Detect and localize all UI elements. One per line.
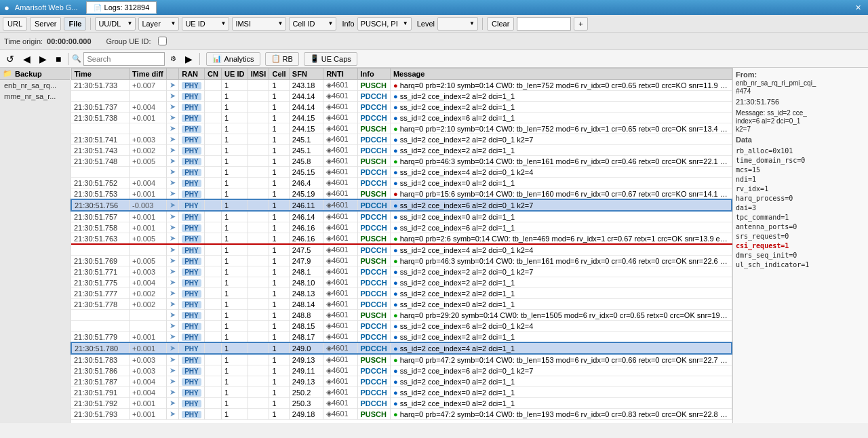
file-btn[interactable]: File bbox=[64, 17, 86, 31]
cell-sfn: 245.1 bbox=[289, 134, 323, 145]
table-row[interactable]: 21:30:51.757 +0.001 ➤ PHY 1 1 246.14 ◈46… bbox=[71, 211, 732, 222]
uudl-label: UU/DL bbox=[98, 20, 121, 28]
cell-sfn: 246.14 bbox=[289, 211, 323, 222]
forward-btn[interactable]: ▶ bbox=[36, 52, 50, 66]
rb-btn[interactable]: 📋 RB bbox=[265, 52, 299, 66]
table-row[interactable]: 21:30:51.741 +0.003 ➤ PHY 1 1 245.1 ◈460… bbox=[71, 134, 732, 145]
uecaps-btn[interactable]: 📱 UE Caps bbox=[304, 52, 357, 66]
stop-btn[interactable]: ■ bbox=[52, 52, 64, 66]
cell-timediff: +0.002 bbox=[130, 145, 167, 156]
sidebar-item-enb[interactable]: enb_nr_sa_rq... bbox=[0, 80, 70, 91]
server-btn[interactable]: Server bbox=[30, 17, 61, 31]
right-panel-field: tpc_command=1 bbox=[736, 213, 865, 222]
cell-cn bbox=[205, 178, 222, 188]
cell-ueid: 1 bbox=[222, 321, 248, 332]
table-row[interactable]: 21:30:51.786 +0.003 ➤ PHY 1 1 249.11 ◈46… bbox=[71, 365, 732, 376]
table-row[interactable]: ➤ PHY 1 1 248.8 ◈4601 PUSCH ● harq=0 prb… bbox=[71, 310, 732, 321]
cell-ran: PHY bbox=[179, 354, 205, 365]
add-filter-btn[interactable]: + bbox=[574, 17, 587, 31]
search-icon-btn[interactable]: ⚙ bbox=[167, 52, 180, 66]
cell-info: PUSCH bbox=[357, 256, 390, 266]
cellid-dropdown[interactable]: Cell ID ▼ bbox=[289, 17, 336, 31]
table-row[interactable]: 21:30:51.769 +0.005 ➤ PHY 1 1 247.9 ◈460… bbox=[71, 256, 732, 266]
title-close-btn[interactable]: ✕ bbox=[852, 3, 864, 12]
table-row[interactable]: 21:30:51.778 +0.002 ➤ PHY 1 1 248.14 ◈46… bbox=[71, 299, 732, 310]
table-row[interactable]: 21:30:51.779 +0.001 ➤ PHY 1 1 248.17 ◈46… bbox=[71, 332, 732, 343]
table-row[interactable]: 21:30:51.777 +0.002 ➤ PHY 1 1 248.13 ◈46… bbox=[71, 288, 732, 299]
table-row[interactable]: 21:30:51.733 +0.007 ➤ PHY 1 1 243.18 ◈46… bbox=[71, 80, 732, 91]
cell-imsi bbox=[248, 299, 269, 310]
table-row[interactable]: 21:30:51.753 +0.001 ➤ PHY 1 1 245.19 ◈46… bbox=[71, 188, 732, 200]
uudl-dropdown[interactable]: UU/DL ▼ bbox=[95, 17, 136, 31]
col-imsi: IMSI bbox=[248, 68, 269, 80]
clear-btn[interactable]: Clear bbox=[487, 17, 514, 31]
back-btn[interactable]: ◀ bbox=[20, 52, 34, 66]
ueid-dropdown[interactable]: UE ID ▼ bbox=[182, 17, 229, 31]
cell-imsi bbox=[248, 102, 269, 113]
right-panel-field: dmrs_seq_init=0 bbox=[736, 251, 865, 260]
table-row[interactable]: 21:30:51.775 +0.004 ➤ PHY 1 1 248.10 ◈46… bbox=[71, 277, 732, 288]
col-info: Info bbox=[357, 68, 390, 80]
cell-cn bbox=[205, 188, 222, 200]
table-row[interactable]: 21:30:51.743 +0.002 ➤ PHY 1 1 245.1 ◈460… bbox=[71, 145, 732, 156]
table-row[interactable]: 21:30:51.738 +0.001 ➤ PHY 1 1 244.15 ◈46… bbox=[71, 113, 732, 123]
analytics-btn[interactable]: 📊 Analytics bbox=[206, 52, 260, 66]
table-row[interactable]: 21:30:51.752 +0.004 ➤ PHY 1 1 246.4 ◈460… bbox=[71, 178, 732, 188]
table-row[interactable]: ➤ PHY 1 1 247.5 ◈4601 PDCCH ● ss_id=2 cc… bbox=[71, 244, 732, 256]
table-row[interactable]: ➤ PHY 1 1 244.14 ◈4601 PDCCH ● ss_id=2 c… bbox=[71, 91, 732, 102]
refresh-btn[interactable]: ↺ bbox=[3, 52, 18, 66]
table-row[interactable]: 21:30:51.791 +0.004 ➤ PHY 1 1 250.2 ◈460… bbox=[71, 387, 732, 398]
cell-time bbox=[71, 123, 130, 134]
cell-ueid: 1 bbox=[222, 266, 248, 277]
table-row[interactable]: 21:30:51.783 +0.003 ➤ PHY 1 1 249.13 ◈46… bbox=[71, 354, 732, 365]
group-ue-checkbox[interactable] bbox=[158, 37, 167, 45]
cell-imsi bbox=[248, 321, 269, 332]
cell-time: 21:30:51.783 bbox=[71, 354, 130, 365]
right-panel-data-label: Data bbox=[736, 136, 865, 144]
table-row[interactable]: 21:30:51.787 +0.004 ➤ PHY 1 1 249.13 ◈46… bbox=[71, 376, 732, 387]
table-area[interactable]: Time Time diff RAN CN UE ID IMSI Cell SF… bbox=[71, 68, 732, 423]
table-row[interactable]: 21:30:51.793 +0.001 ➤ PHY 1 1 249.18 ◈46… bbox=[71, 409, 732, 420]
level-dropdown[interactable]: ▼ bbox=[437, 17, 478, 31]
imsi-label: IMSI bbox=[235, 20, 251, 28]
cell-sfn: 249.13 bbox=[289, 354, 323, 365]
search-go-btn[interactable]: ▶ bbox=[182, 52, 196, 66]
filter-input[interactable] bbox=[517, 17, 571, 31]
cell-timediff: +0.001 bbox=[130, 332, 167, 343]
table-row[interactable]: 21:30:51.792 +0.001 ➤ PHY 1 1 250.3 ◈460… bbox=[71, 398, 732, 409]
cell-sfn: 248.1 bbox=[289, 266, 323, 277]
cell-arrow: ➤ bbox=[167, 342, 179, 354]
cell-cell: 1 bbox=[269, 199, 289, 211]
table-row[interactable]: ➤ PHY 1 1 244.15 ◈4601 PUSCH ● harq=0 pr… bbox=[71, 123, 732, 134]
cell-ran: PHY bbox=[179, 376, 205, 387]
table-row[interactable]: 21:30:51.748 +0.005 ➤ PHY 1 1 245.8 ◈460… bbox=[71, 156, 732, 167]
table-row[interactable]: 21:30:51.737 +0.004 ➤ PHY 1 1 244.14 ◈46… bbox=[71, 102, 732, 113]
table-row[interactable]: 21:30:51.780 +0.001 ➤ PHY 1 1 249.0 ◈460… bbox=[71, 342, 732, 354]
table-row[interactable]: 21:30:51.758 +0.001 ➤ PHY 1 1 246.16 ◈46… bbox=[71, 222, 732, 233]
toolbar: URL Server File UU/DL ▼ Layer ▼ UE ID ▼ … bbox=[0, 15, 868, 33]
table-row[interactable]: 21:30:51.771 +0.003 ➤ PHY 1 1 248.1 ◈460… bbox=[71, 266, 732, 277]
log-tab[interactable]: 📄 Logs: 312894 bbox=[86, 1, 157, 14]
table-row[interactable]: ➤ PHY 1 1 248.15 ◈4601 PDCCH ● ss_id=2 c… bbox=[71, 321, 732, 332]
cell-imsi bbox=[248, 188, 269, 200]
cell-info: PDCCH bbox=[357, 299, 390, 310]
cell-sfn: 246.16 bbox=[289, 233, 323, 245]
imsi-dropdown[interactable]: IMSI ▼ bbox=[232, 17, 286, 31]
cell-message: ● ss_id=2 cce_index=4 al=2 dci=1_1 bbox=[390, 342, 732, 354]
cell-arrow: ➤ bbox=[167, 199, 179, 211]
table-row[interactable]: 21:30:51.756 -0.003 ➤ PHY 1 1 246.11 ◈46… bbox=[71, 199, 732, 211]
info-dropdown[interactable]: PUSCH, PI ▼ bbox=[357, 17, 412, 31]
search-input[interactable] bbox=[83, 52, 165, 66]
cell-arrow: ➤ bbox=[167, 102, 179, 113]
cell-cell: 1 bbox=[269, 134, 289, 145]
table-row[interactable]: 21:30:51.763 +0.005 ➤ PHY 1 1 246.16 ◈46… bbox=[71, 233, 732, 245]
cell-timediff: +0.004 bbox=[130, 387, 167, 398]
layer-dropdown[interactable]: Layer ▼ bbox=[138, 17, 179, 31]
table-body: 21:30:51.733 +0.007 ➤ PHY 1 1 243.18 ◈46… bbox=[71, 80, 732, 420]
sidebar-item-mme[interactable]: mme_nr_sa_r... bbox=[0, 91, 70, 102]
table-row[interactable]: ➤ PHY 1 1 245.15 ◈4601 PDCCH ● ss_id=2 c… bbox=[71, 167, 732, 178]
cell-timediff: +0.004 bbox=[130, 102, 167, 113]
url-btn[interactable]: URL bbox=[3, 17, 27, 31]
cell-arrow: ➤ bbox=[167, 354, 179, 365]
cell-time bbox=[71, 321, 130, 332]
